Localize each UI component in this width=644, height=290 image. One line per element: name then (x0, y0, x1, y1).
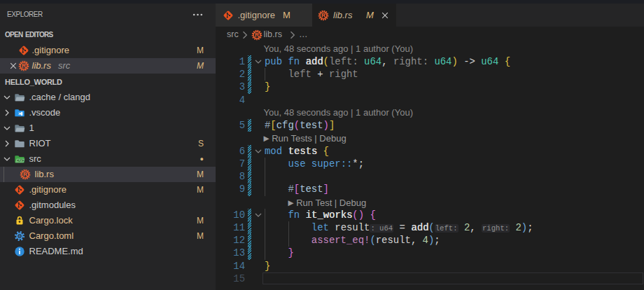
svg-text:R: R (321, 12, 326, 19)
svg-text:R: R (255, 32, 259, 39)
svg-text:R: R (23, 171, 27, 178)
svg-text:</>: </> (17, 158, 24, 163)
svg-text:R: R (22, 62, 26, 69)
